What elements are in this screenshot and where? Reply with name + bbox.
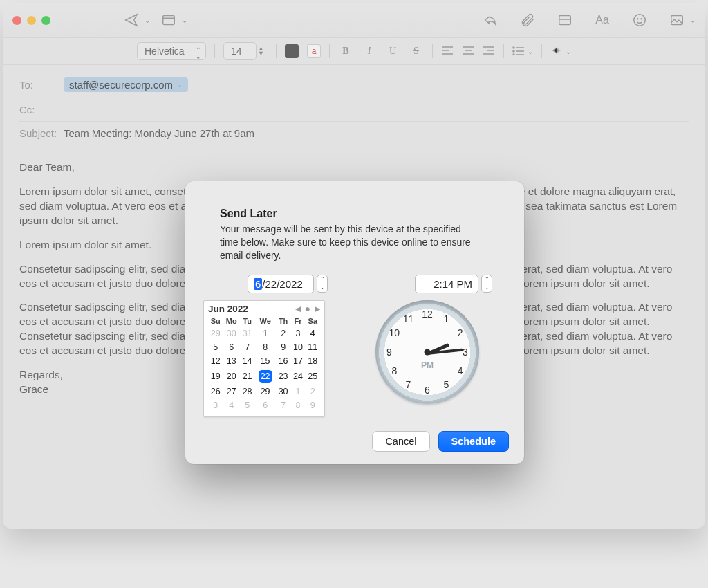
calendar-day[interactable]: 5 (240, 398, 254, 412)
calendar-day[interactable]: 15 (254, 354, 276, 368)
subject-row[interactable]: Subject: Team Meeting: Monday June 27th … (19, 122, 689, 145)
calendar-day[interactable]: 5 (208, 340, 223, 354)
calendar-day[interactable]: 9 (306, 398, 320, 412)
to-row[interactable]: To: staff@securecorp.com ⌄ (19, 72, 689, 98)
calendar-day[interactable]: 4 (223, 398, 240, 412)
calendar-day[interactable]: 8 (254, 340, 276, 354)
calendar-day[interactable]: 2 (276, 327, 290, 340)
dialog-title: Send Later (220, 208, 494, 220)
clock-number: 1 (444, 313, 449, 324)
calendar-day[interactable]: 8 (290, 398, 305, 412)
calendar-day[interactable]: 6 (223, 340, 240, 354)
calendar-day[interactable]: 2 (306, 385, 320, 398)
bg-color-icon[interactable]: a (307, 44, 321, 58)
calendar-day[interactable]: 29 (208, 327, 223, 340)
list-chevron-icon[interactable]: ⌄ (528, 48, 533, 55)
date-stepper[interactable]: ⌃⌄ (317, 275, 328, 293)
font-size-select[interactable]: 14 (223, 42, 257, 60)
calendar-dow: Th (276, 315, 290, 327)
minimize-window-icon[interactable] (27, 16, 36, 25)
calendar-day[interactable]: 27 (223, 385, 240, 398)
reply-icon[interactable] (480, 12, 501, 28)
photo-browser-chevron-icon[interactable]: ⌄ (690, 17, 696, 24)
send-later-dialog: Send Later Your message will be sent by … (185, 181, 524, 464)
list-icon[interactable] (512, 46, 525, 57)
font-size-stepper[interactable]: ▲▼ (258, 46, 268, 56)
emoji-icon[interactable] (629, 12, 650, 28)
calendar-day[interactable]: 12 (208, 354, 223, 368)
close-window-icon[interactable] (12, 16, 21, 25)
bold-button[interactable]: B (338, 46, 353, 57)
time-input[interactable]: 2:14 PM (415, 275, 478, 293)
calendar-today-icon[interactable]: ● (305, 305, 310, 312)
calendar-day[interactable]: 28 (240, 385, 254, 398)
calendar-day[interactable]: 26 (208, 385, 223, 398)
calendar-day[interactable]: 14 (240, 354, 254, 368)
calendar-day[interactable]: 18 (306, 354, 320, 368)
italic-button[interactable]: I (362, 46, 377, 57)
time-stepper[interactable]: ⌃⌄ (481, 275, 492, 293)
clock-number: 6 (425, 385, 430, 396)
calendar-day[interactable]: 21 (240, 368, 254, 385)
calendar-day[interactable]: 16 (276, 354, 290, 368)
calendar-day[interactable]: 1 (290, 385, 305, 398)
calendar-day[interactable]: 29 (254, 385, 276, 398)
calendar-day[interactable]: 9 (276, 340, 290, 354)
calendar-prev-icon[interactable]: ◀ (295, 304, 301, 313)
calendar-day[interactable]: 3 (290, 327, 305, 340)
calendar-day[interactable]: 25 (306, 368, 320, 385)
calendar-day[interactable]: 31 (240, 327, 254, 340)
indent-chevron-icon[interactable]: ⌄ (566, 48, 571, 55)
font-select[interactable]: Helvetica⌃⌄ (137, 42, 206, 60)
calendar-day[interactable]: 7 (276, 398, 290, 412)
calendar-day[interactable]: 19 (208, 368, 223, 385)
calendar-day[interactable]: 11 (306, 340, 320, 354)
text-color-icon[interactable] (285, 44, 299, 58)
calendar-day[interactable]: 17 (290, 354, 305, 368)
calendar-day[interactable]: 7 (240, 340, 254, 354)
align-left-icon[interactable] (441, 46, 454, 57)
clock-ampm: PM (421, 360, 434, 370)
link-preview-icon[interactable] (555, 12, 575, 28)
send-menu-chevron-icon[interactable]: ⌄ (145, 17, 150, 24)
date-input[interactable]: 6/22/2022 (248, 275, 314, 293)
strike-button[interactable]: S (409, 46, 424, 57)
calendar-day[interactable]: 13 (223, 354, 240, 368)
format-text-icon[interactable]: Aa (592, 12, 613, 28)
recipient-chip[interactable]: staff@securecorp.com ⌄ (64, 77, 188, 92)
attach-icon[interactable] (517, 12, 538, 28)
cancel-button[interactable]: Cancel (372, 431, 429, 452)
calendar-day[interactable]: 24 (290, 368, 305, 385)
calendar-dow: Mo (223, 315, 240, 327)
calendar-day[interactable]: 10 (290, 340, 305, 354)
clock[interactable]: PM 123456789101112 (375, 300, 479, 404)
calendar-next-icon[interactable]: ▶ (315, 304, 320, 313)
photo-browser-icon[interactable] (667, 12, 687, 28)
calendar[interactable]: Jun 2022 ◀ ● ▶ SuMoTuWeThFrSa 2930311234… (203, 300, 325, 417)
schedule-button[interactable]: Schedule (438, 431, 509, 452)
date-input-selected: 6 (254, 278, 262, 290)
align-right-icon[interactable] (483, 46, 495, 57)
calendar-day[interactable]: 30 (276, 385, 290, 398)
recipient-chevron-icon[interactable]: ⌄ (177, 81, 183, 89)
calendar-day[interactable]: 3 (208, 398, 223, 412)
underline-button[interactable]: U (385, 46, 400, 57)
calendar-day[interactable]: 30 (223, 327, 240, 340)
calendar-day[interactable]: 4 (306, 327, 320, 340)
align-center-icon[interactable] (462, 46, 474, 57)
cc-row[interactable]: Cc: (19, 98, 689, 122)
header-fields-icon[interactable] (158, 12, 179, 28)
calendar-day[interactable]: 6 (254, 398, 276, 412)
calendar-day[interactable]: 20 (223, 368, 240, 385)
date-input-rest: /22/2022 (262, 278, 302, 290)
svg-rect-7 (671, 16, 683, 25)
send-icon[interactable] (121, 12, 142, 28)
clock-number: 12 (422, 309, 433, 320)
font-select-value: Helvetica (145, 46, 185, 57)
calendar-day[interactable]: 22 (254, 368, 276, 385)
indent-icon[interactable] (550, 46, 563, 57)
calendar-day[interactable]: 1 (254, 327, 276, 340)
zoom-window-icon[interactable] (41, 16, 50, 25)
calendar-day[interactable]: 23 (276, 368, 290, 385)
header-fields-chevron-icon[interactable]: ⌄ (182, 17, 187, 24)
